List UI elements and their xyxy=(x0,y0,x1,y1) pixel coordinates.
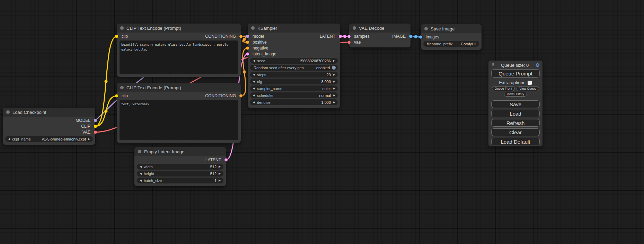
output-slot-model[interactable]: MODEL xyxy=(3,117,95,123)
increment-arrow-icon[interactable]: ▶ xyxy=(332,73,336,76)
input-slot-model[interactable]: model xyxy=(248,33,340,39)
node-load-checkpoint[interactable]: Load Checkpoint MODEL CLIP VAE ◀ ckpt_na… xyxy=(3,108,95,145)
output-slot-latent[interactable]: LATENT xyxy=(134,157,226,163)
latent-port-icon[interactable] xyxy=(246,52,249,55)
node-graph-canvas[interactable]: Load Checkpoint MODEL CLIP VAE ◀ ckpt_na… xyxy=(0,0,644,244)
widget-filename-prefix[interactable]: filename_prefix ComfyUI xyxy=(423,41,479,47)
input-slot-samples[interactable]: samples xyxy=(349,33,411,39)
settings-gear-icon[interactable]: ⚙ xyxy=(535,62,540,68)
output-slot-conditioning[interactable]: CONDITIONING xyxy=(179,93,241,99)
widget-cfg[interactable]: ◀ cfg 8.000 ▶ xyxy=(250,79,338,84)
collapse-dot-icon[interactable] xyxy=(138,150,141,153)
decrement-arrow-icon[interactable]: ◀ xyxy=(7,137,11,141)
node-empty-latent-image[interactable]: Empty Latent Image LATENT ◀ width 512 ▶ … xyxy=(134,147,226,186)
prompt-textarea[interactable]: text, watermark xyxy=(120,100,238,140)
collapse-dot-icon[interactable] xyxy=(353,26,356,30)
latent-port-icon[interactable] xyxy=(347,35,351,38)
model-port-icon[interactable] xyxy=(246,35,249,38)
increment-arrow-icon[interactable]: ▶ xyxy=(218,172,221,175)
queue-front-button[interactable]: Queue Front xyxy=(492,86,515,91)
load-button[interactable]: Load xyxy=(491,110,540,117)
increment-arrow-icon[interactable]: ▶ xyxy=(332,101,336,104)
input-slot-vae[interactable]: vae xyxy=(349,39,411,45)
increment-arrow-icon[interactable]: ▶ xyxy=(218,179,221,182)
view-queue-button[interactable]: View Queue xyxy=(517,86,539,91)
queue-prompt-button[interactable]: Queue Prompt xyxy=(491,69,540,78)
latent-port-icon[interactable] xyxy=(224,158,228,161)
node-title-bar[interactable]: CLIP Text Encode (Prompt) xyxy=(117,83,241,92)
decrement-arrow-icon[interactable]: ◀ xyxy=(139,172,142,175)
increment-arrow-icon[interactable]: ▶ xyxy=(332,87,336,90)
input-slot-clip[interactable]: clip xyxy=(117,33,179,39)
widget-sampler-name[interactable]: ◀ sampler_name euler ▶ xyxy=(250,85,338,91)
input-slot-latent-image[interactable]: latent_image xyxy=(248,51,340,57)
model-port-icon[interactable] xyxy=(94,119,97,122)
clip-port-icon[interactable] xyxy=(115,35,118,38)
node-title-bar[interactable]: CLIP Text Encode (Prompt) xyxy=(117,24,241,33)
conditioning-port-icon[interactable] xyxy=(246,40,249,44)
clip-port-icon[interactable] xyxy=(115,94,118,97)
increment-arrow-icon[interactable]: ▶ xyxy=(87,137,91,141)
decrement-arrow-icon[interactable]: ◀ xyxy=(252,80,256,83)
prompt-textarea[interactable]: beautiful scenery nature glass bottle la… xyxy=(120,40,238,74)
increment-arrow-icon[interactable]: ▶ xyxy=(218,165,221,168)
widget-denoise[interactable]: ◀ denoise 1.000 ▶ xyxy=(250,99,338,105)
decrement-arrow-icon[interactable]: ◀ xyxy=(139,165,142,168)
decrement-arrow-icon[interactable]: ◀ xyxy=(252,87,256,90)
node-vae-decode[interactable]: VAE Decode IMAGE samples vae xyxy=(349,24,411,47)
queue-panel[interactable]: ⠿ Queue size: 0 ⚙ Queue Prompt Extra opt… xyxy=(488,61,542,146)
conditioning-port-icon[interactable] xyxy=(239,94,242,97)
toggle-knob-icon[interactable] xyxy=(332,66,336,70)
node-title-bar[interactable]: Empty Latent Image xyxy=(134,147,226,156)
save-button[interactable]: Save xyxy=(491,100,540,108)
node-title-bar[interactable]: KSampler xyxy=(248,24,340,33)
increment-arrow-icon[interactable]: ▶ xyxy=(332,94,336,97)
widget-seed[interactable]: ◀ seed 156680208700286 ▶ xyxy=(250,58,338,64)
clear-button[interactable]: Clear xyxy=(491,128,540,136)
view-history-button[interactable]: View History xyxy=(504,92,527,97)
decrement-arrow-icon[interactable]: ◀ xyxy=(139,179,142,182)
node-title-bar[interactable]: Load Checkpoint xyxy=(3,108,95,117)
collapse-dot-icon[interactable] xyxy=(120,26,124,30)
collapse-dot-icon[interactable] xyxy=(251,26,255,30)
conditioning-port-icon[interactable] xyxy=(239,35,242,38)
collapse-dot-icon[interactable] xyxy=(6,110,10,114)
widget-ckpt-name[interactable]: ◀ ckpt_name v1-5-pruned-emaonly.ckpt ▶ xyxy=(5,136,93,142)
widget-steps[interactable]: ◀ steps 20 ▶ xyxy=(250,72,338,78)
decrement-arrow-icon[interactable]: ◀ xyxy=(252,94,256,97)
widget-width[interactable]: ◀ width 512 ▶ xyxy=(137,164,223,170)
collapse-dot-icon[interactable] xyxy=(424,27,428,30)
conditioning-port-icon[interactable] xyxy=(246,46,249,49)
clip-port-icon[interactable] xyxy=(94,125,97,128)
output-slot-clip[interactable]: CLIP xyxy=(3,123,95,129)
refresh-button[interactable]: Refresh xyxy=(491,119,540,127)
widget-height[interactable]: ◀ height 512 ▶ xyxy=(137,171,223,177)
decrement-arrow-icon[interactable]: ◀ xyxy=(252,101,256,104)
input-slot-images[interactable]: images xyxy=(421,34,482,40)
vae-port-icon[interactable] xyxy=(347,40,351,44)
node-clip-text-encode-negative[interactable]: CLIP Text Encode (Prompt) clip CONDITION… xyxy=(117,83,241,143)
image-port-icon[interactable] xyxy=(419,35,422,38)
node-title-bar[interactable]: Save Image xyxy=(421,24,482,33)
drag-handle-icon[interactable]: ⠿ xyxy=(491,63,494,67)
node-clip-text-encode-positive[interactable]: CLIP Text Encode (Prompt) clip CONDITION… xyxy=(117,24,241,77)
widget-batch-size[interactable]: ◀ batch_size 1 ▶ xyxy=(137,178,223,183)
node-title-bar[interactable]: VAE Decode xyxy=(349,24,411,33)
node-save-image[interactable]: Save Image images filename_prefix ComfyU… xyxy=(421,24,482,50)
input-slot-negative[interactable]: negative xyxy=(248,45,340,51)
increment-arrow-icon[interactable]: ▶ xyxy=(332,80,336,83)
node-ksampler[interactable]: KSampler LATENT model positive negative … xyxy=(248,24,340,108)
decrement-arrow-icon[interactable]: ◀ xyxy=(252,59,256,62)
widget-scheduler[interactable]: ◀ scheduler normal ▶ xyxy=(250,92,338,98)
input-slot-positive[interactable]: positive xyxy=(248,39,340,45)
collapse-dot-icon[interactable] xyxy=(120,86,124,89)
increment-arrow-icon[interactable]: ▶ xyxy=(332,59,336,62)
output-slot-vae[interactable]: VAE xyxy=(3,129,95,135)
vae-port-icon[interactable] xyxy=(94,130,97,134)
extra-options-checkbox[interactable] xyxy=(528,81,532,85)
widget-random-seed-toggle[interactable]: Random seed after every gen enabled xyxy=(250,65,338,71)
decrement-arrow-icon[interactable]: ◀ xyxy=(252,73,256,76)
output-slot-conditioning[interactable]: CONDITIONING xyxy=(179,33,241,39)
load-default-button[interactable]: Load Default xyxy=(491,138,540,145)
input-slot-clip[interactable]: clip xyxy=(117,93,179,99)
